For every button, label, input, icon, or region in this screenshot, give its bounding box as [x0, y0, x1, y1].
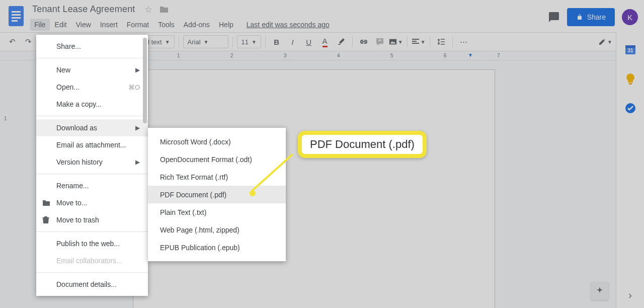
toolbar-separator: [232, 36, 233, 47]
trash-icon: [42, 216, 49, 224]
last-edit-link[interactable]: Last edit was seconds ago: [247, 21, 330, 29]
menu-item-document-details[interactable]: Document details...: [36, 276, 148, 293]
side-panel-expand-icon[interactable]: ›: [628, 289, 632, 301]
more-button[interactable]: ⋯: [457, 35, 471, 49]
comments-icon[interactable]: [548, 11, 560, 23]
toolbar-separator: [407, 36, 408, 47]
annotation-callout: PDF Document (.pdf): [298, 131, 427, 158]
docs-logo-icon[interactable]: [6, 3, 26, 29]
caret-down-icon: ▼: [204, 39, 209, 45]
menubar: File Edit View Insert Format Tools Add-o…: [30, 19, 548, 31]
svg-rect-3: [12, 17, 21, 19]
menu-item-share[interactable]: Share...: [36, 38, 148, 55]
submenu-item-txt[interactable]: Plain Text (.txt): [148, 203, 286, 221]
text-color-button[interactable]: A: [318, 35, 332, 49]
menu-scrollbar[interactable]: [143, 38, 147, 293]
svg-rect-1: [12, 11, 21, 13]
menu-separator: [36, 116, 148, 116]
menu-item-version-history[interactable]: Version history▶: [36, 153, 148, 171]
menu-edit[interactable]: Edit: [51, 19, 71, 31]
calendar-icon[interactable]: 31: [623, 42, 638, 57]
svg-rect-11: [629, 83, 632, 85]
svg-rect-4: [12, 20, 18, 22]
caret-down-icon: ▼: [607, 39, 612, 45]
menu-view[interactable]: View: [72, 19, 95, 31]
share-button-label: Share: [587, 13, 606, 21]
caret-down-icon: ▼: [165, 39, 170, 45]
undo-button[interactable]: ↶: [5, 35, 19, 49]
menu-item-move-to-trash[interactable]: Move to trash: [36, 211, 148, 228]
menu-separator: [36, 174, 148, 174]
menu-insert[interactable]: Insert: [96, 19, 122, 31]
toolbar-separator: [352, 36, 353, 47]
menu-item-publish-web[interactable]: Publish to the web...: [36, 235, 148, 252]
toolbar-separator: [265, 36, 266, 47]
italic-button[interactable]: I: [286, 35, 300, 49]
font-size-select[interactable]: 11▼: [237, 35, 261, 48]
menu-item-email-collaborators: Email collaborators...: [36, 252, 148, 269]
bold-button[interactable]: B: [270, 35, 284, 49]
line-spacing-button[interactable]: [434, 35, 448, 49]
svg-rect-0: [9, 6, 24, 26]
document-title[interactable]: Tenant Lease Agreement: [30, 3, 137, 16]
menu-item-make-copy[interactable]: Make a copy...: [36, 96, 148, 113]
insert-image-button[interactable]: ▼: [389, 35, 403, 49]
menu-separator: [36, 232, 148, 232]
keep-icon[interactable]: [623, 71, 638, 87]
menu-tools[interactable]: Tools: [154, 19, 179, 31]
caret-down-icon: ▼: [252, 39, 257, 45]
caret-down-icon: ▼: [398, 39, 403, 45]
submenu-arrow-icon: ▶: [135, 159, 140, 166]
explore-button[interactable]: [591, 282, 609, 300]
svg-text:31: 31: [627, 48, 633, 53]
menu-item-download-as[interactable]: Download as▶: [36, 119, 148, 136]
side-panel: 31 ›: [616, 32, 644, 308]
tasks-icon[interactable]: [623, 101, 638, 116]
menu-item-email-attachment[interactable]: Email as attachment...: [36, 136, 148, 153]
app-header: Tenant Lease Agreement ☆ File Edit View …: [0, 0, 644, 32]
file-menu: Share... New▶ Open...⌘O Make a copy... D…: [36, 35, 148, 296]
folder-icon: [42, 200, 50, 206]
underline-button[interactable]: U: [302, 35, 316, 49]
submenu-item-pdf[interactable]: PDF Document (.pdf): [148, 186, 286, 203]
menu-item-move-to[interactable]: Move to...: [36, 194, 148, 211]
toolbar-separator: [430, 36, 430, 47]
annotation-leader-dot: [250, 190, 256, 196]
caret-down-icon: ▼: [421, 39, 426, 45]
submenu-item-epub[interactable]: EPUB Publication (.epub): [148, 239, 286, 256]
svg-rect-6: [389, 39, 396, 45]
menu-item-rename[interactable]: Rename...: [36, 177, 148, 194]
redo-button[interactable]: ↷: [21, 35, 35, 49]
share-button[interactable]: Share: [567, 8, 615, 26]
vertical-ruler[interactable]: 1: [0, 60, 12, 308]
editing-mode-button[interactable]: ▼: [598, 35, 612, 49]
scrollbar-thumb[interactable]: [143, 38, 147, 123]
menu-item-new[interactable]: New▶: [36, 61, 148, 79]
menu-file[interactable]: File: [30, 19, 50, 31]
toolbar-separator: [179, 36, 179, 47]
star-icon[interactable]: ☆: [144, 4, 152, 15]
font-family-select[interactable]: Arial▼: [183, 35, 228, 48]
highlight-button[interactable]: [334, 35, 348, 49]
menu-addons[interactable]: Add-ons: [180, 19, 214, 31]
add-comment-button[interactable]: [373, 35, 387, 49]
submenu-item-html[interactable]: Web Page (.html, zipped): [148, 221, 286, 239]
download-as-submenu: Microsoft Word (.docx) OpenDocument Form…: [148, 128, 286, 261]
submenu-item-docx[interactable]: Microsoft Word (.docx): [148, 133, 286, 150]
menu-separator: [36, 58, 148, 58]
submenu-arrow-icon: ▶: [135, 66, 140, 73]
menu-format[interactable]: Format: [123, 19, 153, 31]
right-indent-marker[interactable]: ▼: [468, 52, 473, 58]
toolbar-separator: [452, 36, 453, 47]
insert-link-button[interactable]: [357, 35, 371, 49]
account-avatar[interactable]: K: [622, 9, 638, 25]
menu-item-open[interactable]: Open...⌘O: [36, 79, 148, 96]
align-button[interactable]: ▼: [412, 35, 426, 49]
move-folder-icon[interactable]: [159, 6, 169, 13]
submenu-item-odt[interactable]: OpenDocument Format (.odt): [148, 150, 286, 168]
menu-separator: [36, 272, 148, 273]
submenu-arrow-icon: ▶: [135, 124, 140, 131]
svg-rect-2: [12, 14, 21, 16]
menu-help[interactable]: Help: [215, 19, 237, 31]
